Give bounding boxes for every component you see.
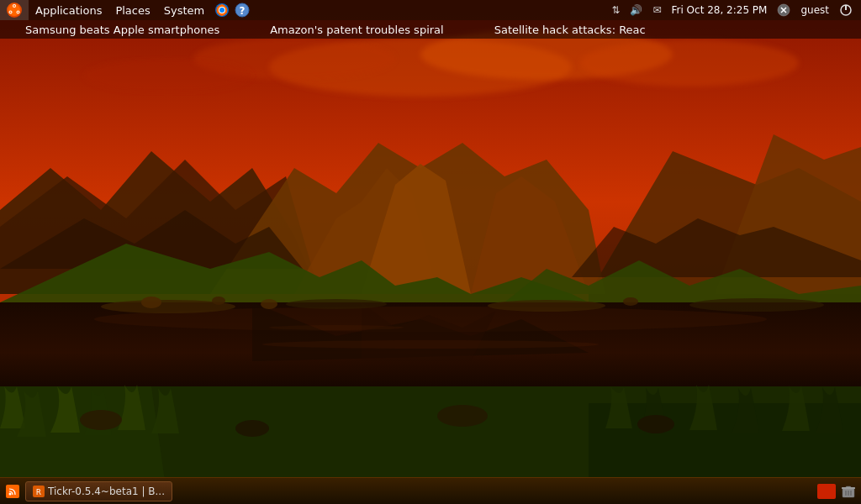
- svg-text:?: ?: [240, 5, 246, 17]
- user-label[interactable]: guest: [797, 0, 832, 20]
- svg-rect-62: [842, 487, 855, 489]
- svg-point-34: [235, 420, 269, 437]
- panel-left: Applications Places System ?: [0, 0, 251, 20]
- panel-right: ⇅ 🔊 ✉ Fri Oct 28, 2:25 PM guest: [608, 0, 861, 20]
- svg-point-44: [18, 12, 19, 13]
- news-items-container: Samsung beats Apple smartphones Amazon's…: [0, 24, 861, 36]
- firefox-launcher[interactable]: [211, 0, 233, 20]
- top-panel: Applications Places System ?: [0, 0, 861, 20]
- svg-point-4: [84, 59, 252, 92]
- mail-icon[interactable]: ✉: [649, 0, 664, 20]
- svg-point-48: [219, 8, 224, 13]
- svg-point-57: [9, 492, 12, 495]
- places-menu[interactable]: Places: [108, 0, 156, 20]
- svg-point-38: [269, 325, 404, 330]
- tickr-window-button[interactable]: R Tickr-0.5.4~beta1 | B...: [25, 481, 172, 501]
- datetime-display[interactable]: Fri Oct 28, 2:25 PM: [668, 0, 771, 20]
- news-item-0: Samsung beats Apple smartphones: [0, 24, 245, 36]
- svg-point-45: [10, 12, 12, 13]
- news-ticker: Samsung beats Apple smartphones Amazon's…: [0, 20, 861, 39]
- svg-text:R: R: [36, 488, 41, 496]
- ubuntu-logo-button[interactable]: [0, 0, 29, 20]
- desktop: [0, 0, 861, 504]
- svg-point-29: [623, 297, 638, 306]
- workspace-indicator[interactable]: [817, 484, 836, 499]
- svg-point-27: [212, 297, 225, 305]
- svg-point-5: [580, 39, 799, 87]
- session-icon[interactable]: [774, 0, 794, 20]
- taskbar: R Tickr-0.5.4~beta1 | B...: [0, 477, 861, 504]
- system-menu[interactable]: System: [157, 0, 211, 20]
- taskbar-right: [817, 482, 858, 501]
- trash-icon[interactable]: [839, 482, 858, 501]
- svg-point-26: [141, 297, 161, 308]
- svg-rect-56: [8, 486, 18, 496]
- svg-point-24: [488, 300, 605, 312]
- volume-icon[interactable]: 🔊: [626, 0, 646, 20]
- svg-point-37: [262, 340, 599, 349]
- news-item-1: Amazon's patent troubles spiral: [245, 24, 468, 36]
- ubuntu-icon: [7, 3, 22, 18]
- svg-point-43: [13, 5, 15, 7]
- news-item-2: Satellite hack attacks: Reac: [469, 24, 671, 36]
- svg-point-36: [637, 415, 674, 433]
- svg-point-28: [261, 299, 277, 309]
- network-icon[interactable]: ⇅: [608, 0, 623, 20]
- svg-point-25: [689, 298, 824, 312]
- svg-point-23: [286, 299, 387, 309]
- help-icon-button[interactable]: ?: [233, 0, 251, 20]
- applications-menu[interactable]: Applications: [29, 0, 108, 20]
- desktop-background: [0, 0, 861, 504]
- power-icon[interactable]: [836, 0, 856, 20]
- svg-point-35: [437, 405, 488, 427]
- rss-icon[interactable]: [3, 482, 22, 501]
- svg-point-33: [80, 410, 122, 430]
